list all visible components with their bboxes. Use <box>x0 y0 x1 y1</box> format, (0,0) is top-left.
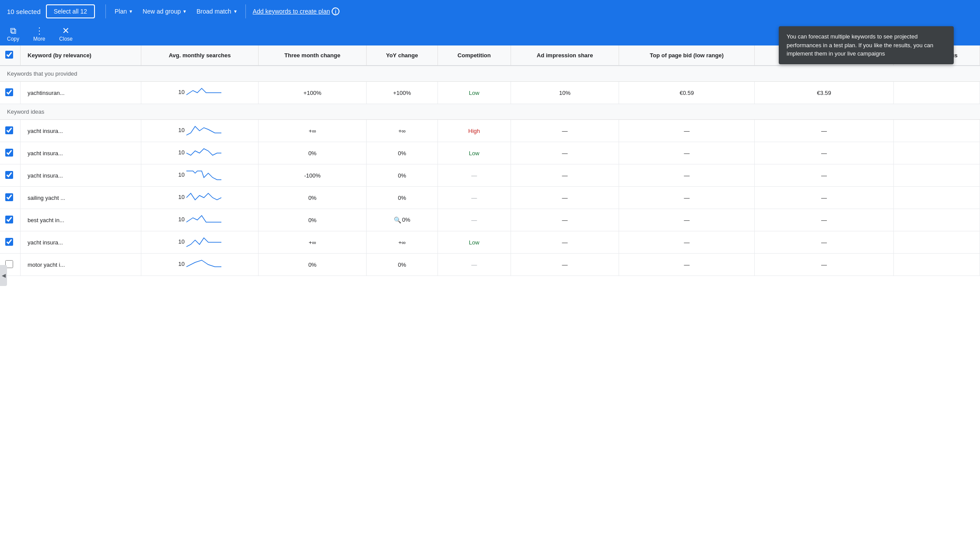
row-checkbox[interactable] <box>5 171 13 179</box>
yoy-value: 0% <box>398 150 406 157</box>
checkbox-cell <box>0 120 21 142</box>
bid-high-cell: — <box>754 142 893 164</box>
ad-share-value: — <box>562 262 568 268</box>
checkbox-cell <box>0 187 21 209</box>
sparkline-chart <box>186 146 221 160</box>
bid-low-value: — <box>684 128 690 134</box>
new-ad-group-button[interactable]: New ad group ▾ <box>137 5 191 17</box>
sparkline-chart <box>186 124 221 137</box>
more-button[interactable]: ⋮ More <box>33 26 45 42</box>
competition-cell: Low <box>438 231 511 254</box>
more-icon: ⋮ <box>35 26 44 35</box>
bid-low-cell: — <box>619 254 754 276</box>
row-checkbox[interactable] <box>5 216 13 223</box>
competition-value: — <box>471 195 477 201</box>
checkbox-cell <box>0 164 21 187</box>
sparkline-chart <box>186 86 221 99</box>
section-label: Keyword ideas <box>0 104 980 120</box>
three-month-cell: +100% <box>259 82 367 104</box>
three-month-value: 0% <box>308 150 317 157</box>
row-checkbox[interactable] <box>5 88 13 96</box>
checkbox-cell <box>0 142 21 164</box>
bid-low-value: — <box>684 262 690 268</box>
competition-value: Low <box>469 239 480 246</box>
keyword-cell: motor yacht i... <box>21 254 141 276</box>
avg-searches-cell: 10 <box>141 231 259 254</box>
sparkline-chart <box>186 191 221 204</box>
header-checkbox[interactable] <box>5 51 13 59</box>
row-checkbox[interactable] <box>5 238 13 246</box>
keyword-cell: yachtinsuran... <box>21 82 141 104</box>
close-label: Close <box>59 36 73 42</box>
competition-value: — <box>471 217 477 223</box>
three-month-cell: 0% <box>259 209 367 231</box>
checkbox-cell <box>0 209 21 231</box>
bid-high-value: — <box>821 128 827 134</box>
plan-button[interactable]: Plan ▾ <box>109 5 137 17</box>
account-status-cell <box>894 254 980 276</box>
ad-share-cell: — <box>511 209 619 231</box>
select-all-button[interactable]: Select all 12 <box>46 4 95 18</box>
header-three-month: Three month change <box>259 45 367 66</box>
bid-high-value: — <box>821 262 827 268</box>
sparkline-chart <box>186 213 221 227</box>
account-status-cell <box>894 82 980 104</box>
ad-share-value: — <box>562 172 568 179</box>
sparkline-chart <box>186 169 221 182</box>
ad-share-cell: — <box>511 231 619 254</box>
three-month-value: +∞ <box>309 128 316 134</box>
table-row: motor yacht i... 10 0% 0% — — — <box>0 254 980 276</box>
bid-high-value: — <box>821 195 827 201</box>
copy-button[interactable]: ⧉ Copy <box>7 26 19 42</box>
competition-cell: — <box>438 209 511 231</box>
bid-low-value: — <box>684 217 690 223</box>
close-button[interactable]: ✕ Close <box>59 26 73 42</box>
competition-value: Low <box>469 90 480 96</box>
ad-share-value: — <box>562 195 568 201</box>
keyword-text: sailing yacht ... <box>28 195 65 201</box>
row-checkbox[interactable] <box>5 193 13 201</box>
ad-share-value: — <box>562 217 568 223</box>
bid-low-value: — <box>684 195 690 201</box>
three-month-cell: +∞ <box>259 231 367 254</box>
bid-high-value: €3.59 <box>817 90 831 96</box>
avg-searches-value: 10 <box>178 89 185 95</box>
yoy-cell: +∞ <box>366 231 438 254</box>
header-checkbox-cell <box>0 45 21 66</box>
row-checkbox[interactable] <box>5 149 13 157</box>
account-status-cell <box>894 209 980 231</box>
row-checkbox[interactable] <box>5 126 13 134</box>
scroll-arrow: ◀ <box>2 272 6 276</box>
competition-value: High <box>468 128 480 134</box>
checkbox-cell <box>0 231 21 254</box>
table-row: yachtinsuran... 10 +100% +100% Low 10% €… <box>0 82 980 104</box>
scroll-handle[interactable]: ◀ <box>0 265 7 276</box>
yoy-value: 0% <box>398 172 406 179</box>
avg-searches-value: 10 <box>178 238 185 245</box>
three-month-value: +∞ <box>309 239 316 246</box>
new-ad-group-label: New ad group <box>143 8 181 15</box>
three-month-value: 0% <box>308 217 317 223</box>
yoy-value: +∞ <box>398 128 406 134</box>
search-icon: 🔍 <box>394 216 401 223</box>
competition-cell: — <box>438 254 511 276</box>
ad-share-cell: — <box>511 254 619 276</box>
avg-searches-value: 10 <box>178 127 185 133</box>
divider <box>105 4 106 18</box>
competition-cell: — <box>438 164 511 187</box>
keyword-table-wrapper: Keyword (by relevance) Avg. monthly sear… <box>0 45 980 276</box>
broad-match-arrow: ▾ <box>234 8 237 14</box>
header-keyword: Keyword (by relevance) <box>21 45 141 66</box>
add-keywords-link[interactable]: Add keywords to create plan i <box>253 7 340 15</box>
yoy-cell: +∞ <box>366 120 438 142</box>
broad-match-button[interactable]: Broad match ▾ <box>191 5 242 17</box>
ad-share-cell: 10% <box>511 82 619 104</box>
keyword-cell: yacht insura... <box>21 120 141 142</box>
competition-cell: — <box>438 187 511 209</box>
broad-match-label: Broad match <box>196 8 231 15</box>
bid-low-value: €0.59 <box>679 90 694 96</box>
keyword-cell: yacht insura... <box>21 231 141 254</box>
yoy-cell: 0% <box>366 164 438 187</box>
table-row: yacht insura... 10 +∞ +∞ High — — <box>0 120 980 142</box>
table-row: best yacht in... 10 0% 🔍0% — — — <box>0 209 980 231</box>
